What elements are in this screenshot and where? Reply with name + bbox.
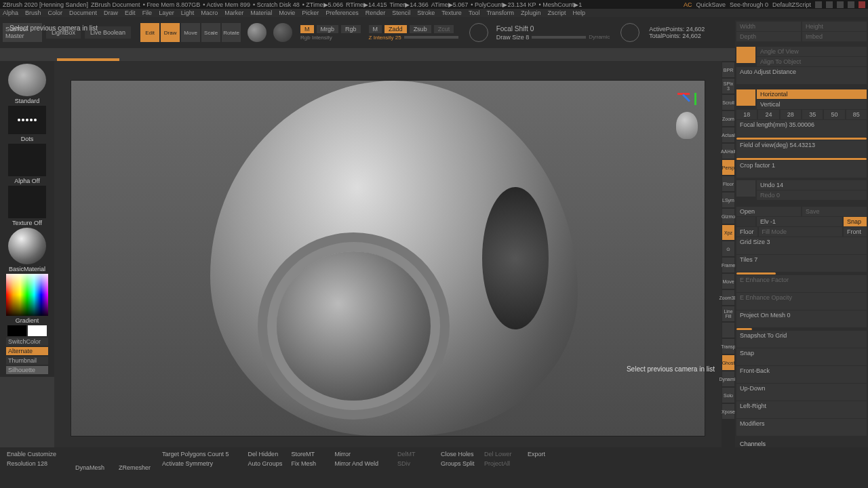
window-layouts-icon[interactable]: [815, 1, 822, 8]
persp-icon[interactable]: [736, 47, 755, 63]
fov-preset-28[interactable]: 28: [781, 110, 801, 119]
fov-preset-24[interactable]: 24: [758, 110, 778, 119]
nav-actual[interactable]: Actual: [722, 127, 734, 142]
document-canvas[interactable]: [71, 80, 705, 436]
menu-light[interactable]: Light: [181, 9, 195, 16]
size-gyro-icon[interactable]: [620, 23, 639, 42]
scale-mode[interactable]: Scale: [201, 23, 220, 42]
switchcolor-button[interactable]: SwitchColor: [6, 338, 48, 346]
focal-gyro-icon[interactable]: [469, 23, 488, 42]
menu-material[interactable]: Material: [250, 9, 272, 16]
zadd-toggle[interactable]: Zadd: [384, 25, 407, 33]
nav-lsym[interactable]: LSym: [722, 192, 734, 207]
menu-brush[interactable]: Brush: [25, 9, 41, 16]
menu-color[interactable]: Color: [48, 9, 63, 16]
menu-render[interactable]: Render: [366, 9, 386, 16]
horizontal-button[interactable]: Horizontal: [757, 89, 867, 99]
primary-color[interactable]: [28, 325, 47, 336]
nav-transp[interactable]: Transp: [722, 339, 734, 354]
floor-toggle-icon[interactable]: [736, 217, 755, 226]
menu-draw[interactable]: Draw: [104, 9, 118, 16]
quicksave-button[interactable]: QuickSave: [696, 1, 726, 8]
nav-floor[interactable]: Floor: [722, 176, 734, 191]
m-toggle[interactable]: M: [300, 25, 314, 33]
maximize-icon[interactable]: [848, 1, 854, 8]
material-thumb[interactable]: [8, 228, 46, 264]
menu-transform[interactable]: Transform: [486, 9, 514, 16]
menus-icon[interactable]: [826, 1, 833, 8]
menu-file[interactable]: File: [142, 9, 153, 16]
nav-linefill[interactable]: Line Fill: [722, 306, 734, 321]
alpha-thumb[interactable]: [8, 144, 46, 176]
close-icon[interactable]: [859, 1, 865, 8]
menu-macro[interactable]: Macro: [201, 9, 218, 16]
nav-scroll[interactable]: Scroll: [722, 95, 734, 110]
nav-blank[interactable]: [722, 323, 734, 338]
minimize-icon[interactable]: [837, 1, 844, 8]
menu-stencil[interactable]: Stencil: [392, 9, 410, 16]
rotate-mode[interactable]: Rotate: [222, 23, 241, 42]
draw-mode-sphere[interactable]: [248, 23, 267, 42]
fov-preset-18[interactable]: 18: [736, 110, 757, 119]
menu-edit[interactable]: Edit: [125, 9, 136, 16]
fov-preset-85[interactable]: 85: [846, 110, 867, 119]
axis-gizmo[interactable]: [677, 87, 698, 108]
nav-frame[interactable]: Frame: [722, 258, 734, 272]
open-button[interactable]: Open: [736, 207, 801, 216]
menu-zscript[interactable]: Zscript: [548, 9, 566, 16]
nav-solo[interactable]: Solo: [722, 388, 734, 403]
alternate-button[interactable]: Alternate: [6, 347, 48, 355]
nav-xpose[interactable]: Xpose: [722, 404, 734, 419]
menu-picker[interactable]: Picker: [302, 9, 319, 16]
nav-⊙[interactable]: ⊙: [722, 241, 734, 256]
nav-dynamic[interactable]: Dynamic: [722, 371, 734, 386]
menu-movie[interactable]: Movie: [279, 9, 295, 16]
snap-button[interactable]: Snap: [844, 217, 867, 226]
snapshot-to-grid[interactable]: Snapshot To Grid: [736, 331, 867, 348]
nav-bpr[interactable]: BPR: [722, 62, 734, 77]
move-mode[interactable]: Move: [181, 23, 200, 42]
rgb-toggle[interactable]: Rgb: [341, 25, 361, 33]
menu-alpha[interactable]: Alpha: [3, 9, 18, 16]
texture-thumb[interactable]: [8, 186, 46, 218]
fov-preset-50[interactable]: 50: [824, 110, 844, 119]
nav-aahalf[interactable]: AAHalf: [722, 144, 734, 159]
auto-adjust-distance[interactable]: Auto Adjust Distance: [736, 67, 867, 84]
camera-head-icon[interactable]: [676, 112, 698, 139]
color-picker[interactable]: [6, 274, 48, 316]
menu-zplugin[interactable]: Zplugin: [521, 9, 541, 16]
zsub-toggle[interactable]: Zsub: [410, 25, 431, 33]
mrgb-toggle[interactable]: Mrgb: [317, 25, 339, 33]
nav-persp[interactable]: Persp: [722, 160, 734, 175]
fov-preset-35[interactable]: 35: [802, 110, 823, 119]
menu-marker[interactable]: Marker: [224, 9, 243, 16]
edit-mode[interactable]: Edit: [140, 23, 159, 42]
nav-ghost[interactable]: Ghost: [722, 355, 734, 370]
nav-xpz[interactable]: Xpz: [722, 225, 734, 240]
nav-gizmo[interactable]: Gizmo: [722, 209, 734, 224]
draw-mode[interactable]: Draw: [161, 23, 180, 42]
focal-length[interactable]: Focal length(mm) 35.00006: [736, 120, 867, 137]
nav-zoom[interactable]: Zoom: [722, 111, 734, 126]
menu-document[interactable]: Document: [69, 9, 97, 16]
stroke-thumb[interactable]: [8, 106, 46, 134]
menu-tool[interactable]: Tool: [469, 9, 480, 16]
menu-stroke[interactable]: Stroke: [417, 9, 435, 16]
menu-layer[interactable]: Layer: [159, 9, 174, 16]
secondary-color[interactable]: [7, 325, 26, 336]
crop-factor[interactable]: Crop factor 1: [736, 161, 867, 178]
default-zscript[interactable]: DefaultZScript: [772, 1, 811, 8]
undo-icon[interactable]: [736, 180, 755, 197]
nav-spix3[interactable]: SPix 3: [722, 79, 734, 94]
menu-preferences[interactable]: Preferences: [326, 9, 359, 16]
menu-texture[interactable]: Texture: [441, 9, 462, 16]
nav-zoom3d[interactable]: Zoom3D: [722, 290, 734, 305]
menu-help[interactable]: Help: [573, 9, 586, 16]
silhouette-button[interactable]: Silhouette: [6, 366, 48, 374]
thumbnail-button[interactable]: Thumbnail: [6, 357, 48, 365]
brush-thumb[interactable]: [8, 64, 46, 96]
vertical-button[interactable]: Vertical: [757, 100, 867, 109]
seethrough-slider[interactable]: See-through 0: [730, 1, 768, 8]
field-of-view[interactable]: Field of view(deg) 54.43213: [736, 140, 867, 157]
nav-move[interactable]: Move: [722, 274, 734, 289]
